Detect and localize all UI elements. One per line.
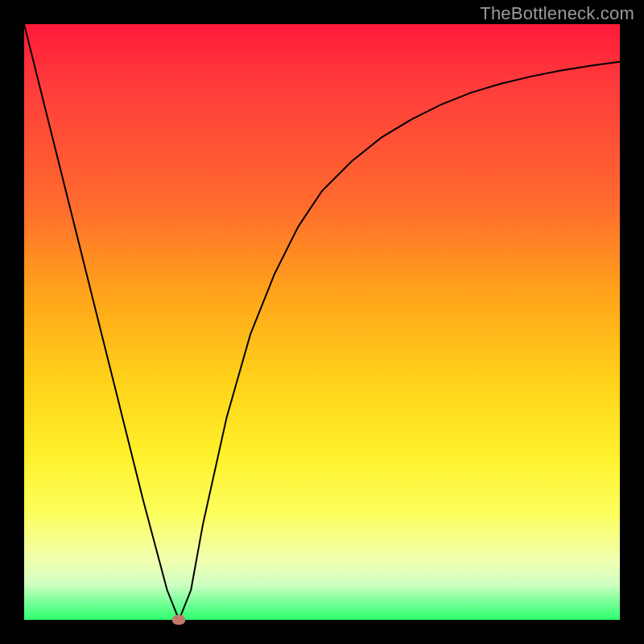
chart-frame: TheBottleneck.com — [0, 0, 644, 644]
optimal-point-marker — [172, 615, 185, 625]
plot-area — [24, 24, 620, 620]
bottleneck-curve — [24, 24, 620, 620]
watermark-text: TheBottleneck.com — [480, 3, 634, 24]
